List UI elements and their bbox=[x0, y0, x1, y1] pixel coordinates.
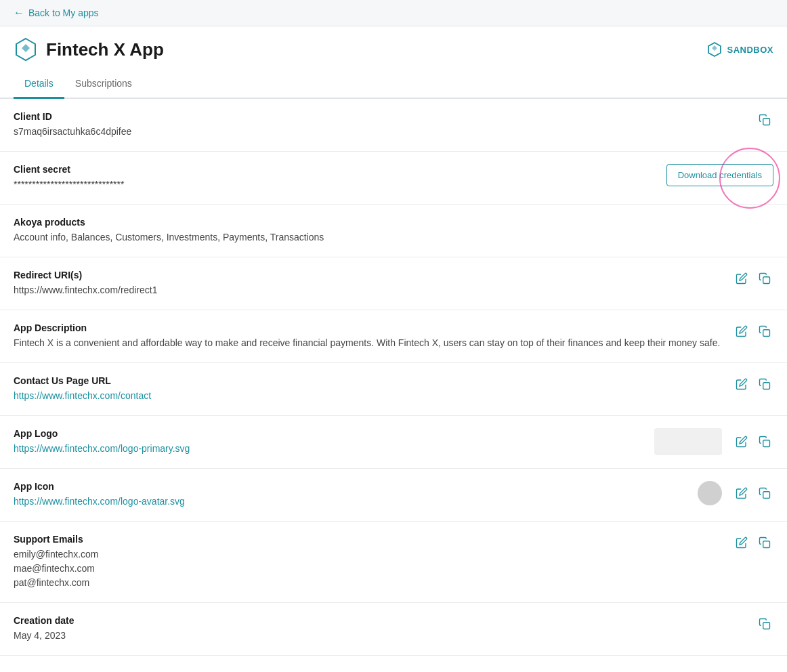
client-id-value: s7maq6irsactuhka6c4dpifee bbox=[14, 125, 745, 139]
app-description-value: Fintech X is a convenient and affordable… bbox=[14, 336, 722, 350]
back-link[interactable]: ← Back to My apps bbox=[14, 7, 99, 19]
app-icon-label: App Icon bbox=[14, 481, 687, 492]
client-secret-value: ****************************** bbox=[14, 177, 656, 192]
client-id-copy-button[interactable] bbox=[756, 111, 773, 129]
client-id-label: Client ID bbox=[14, 111, 745, 122]
app-logo-edit-button[interactable] bbox=[733, 433, 750, 450]
redirect-uris-edit-button[interactable] bbox=[733, 270, 750, 287]
app-logo-row: App Logo https://www.fintechx.com/logo-p… bbox=[0, 416, 787, 469]
copy-icon bbox=[759, 325, 771, 337]
app-logo-value[interactable]: https://www.fintechx.com/logo-primary.sv… bbox=[14, 442, 643, 456]
edit-icon bbox=[736, 272, 748, 285]
support-emails-edit-button[interactable] bbox=[733, 534, 750, 551]
contact-url-value[interactable]: https://www.fintechx.com/contact bbox=[14, 389, 722, 403]
akoya-products-label: Akoya products bbox=[14, 217, 773, 228]
contact-url-label: Contact Us Page URL bbox=[14, 375, 722, 386]
client-secret-label: Client secret bbox=[14, 164, 656, 175]
contact-url-copy-button[interactable] bbox=[756, 375, 773, 393]
app-description-copy-button[interactable] bbox=[756, 322, 773, 340]
sandbox-icon bbox=[706, 41, 723, 58]
edit-icon bbox=[736, 537, 748, 549]
support-emails-email-2: mae@fintechx.com bbox=[14, 562, 722, 576]
copy-icon bbox=[759, 378, 771, 390]
edit-icon bbox=[736, 436, 748, 448]
akoya-products-value: Account info, Balances, Customers, Inves… bbox=[14, 230, 773, 245]
svg-rect-4 bbox=[763, 330, 770, 337]
app-description-actions bbox=[733, 322, 773, 340]
back-label: Back to My apps bbox=[28, 7, 99, 18]
details-content: Client ID s7maq6irsactuhka6c4dpifee Clie… bbox=[0, 99, 787, 656]
redirect-uris-value: https://www.fintechx.com/redirect1 bbox=[14, 283, 722, 297]
app-icon-copy-button[interactable] bbox=[756, 484, 773, 502]
contact-url-content: Contact Us Page URL https://www.fintechx… bbox=[14, 375, 722, 403]
download-credentials-button[interactable]: Download credentials bbox=[666, 164, 773, 186]
sandbox-label: SANDBOX bbox=[727, 45, 773, 55]
copy-icon bbox=[759, 436, 771, 448]
copy-icon bbox=[759, 487, 771, 499]
support-emails-label: Support Emails bbox=[14, 534, 722, 545]
creation-date-content: Creation date May 4, 2023 bbox=[14, 615, 745, 643]
app-icon-row: App Icon https://www.fintechx.com/logo-a… bbox=[0, 469, 787, 522]
akoya-products-row: Akoya products Account info, Balances, C… bbox=[0, 205, 787, 257]
svg-rect-6 bbox=[763, 440, 770, 447]
akoya-products-content: Akoya products Account info, Balances, C… bbox=[14, 217, 773, 245]
tabs-container: Details Subscriptions bbox=[0, 70, 787, 99]
redirect-uris-label: Redirect URI(s) bbox=[14, 270, 722, 280]
app-logo-preview bbox=[654, 428, 722, 455]
tab-details[interactable]: Details bbox=[14, 70, 64, 99]
contact-url-row: Contact Us Page URL https://www.fintechx… bbox=[0, 363, 787, 416]
edit-icon bbox=[736, 378, 748, 390]
support-emails-copy-button[interactable] bbox=[756, 534, 773, 551]
app-description-row: App Description Fintech X is a convenien… bbox=[0, 310, 787, 363]
support-emails-email-3: pat@fintechx.com bbox=[14, 576, 722, 590]
copy-icon bbox=[759, 272, 771, 285]
svg-rect-9 bbox=[763, 623, 770, 629]
client-id-actions bbox=[756, 111, 773, 129]
app-title-section: Fintech X App bbox=[14, 37, 164, 62]
sandbox-badge: SANDBOX bbox=[706, 41, 773, 58]
top-bar: ← Back to My apps bbox=[0, 0, 787, 26]
copy-icon bbox=[759, 618, 771, 630]
redirect-uris-row: Redirect URI(s) https://www.fintechx.com… bbox=[0, 257, 787, 310]
svg-rect-8 bbox=[763, 541, 770, 548]
creation-date-value: May 4, 2023 bbox=[14, 629, 745, 643]
svg-rect-3 bbox=[763, 277, 770, 284]
support-emails-row: Support Emails emily@fintechx.com mae@fi… bbox=[0, 522, 787, 603]
edit-icon bbox=[736, 325, 748, 337]
svg-rect-2 bbox=[763, 119, 770, 125]
app-title: Fintech X App bbox=[46, 39, 164, 60]
client-id-row: Client ID s7maq6irsactuhka6c4dpifee bbox=[0, 99, 787, 152]
copy-icon bbox=[759, 537, 771, 549]
app-description-content: App Description Fintech X is a convenien… bbox=[14, 322, 722, 350]
copy-icon bbox=[759, 114, 771, 126]
contact-url-actions bbox=[733, 375, 773, 393]
support-emails-content: Support Emails emily@fintechx.com mae@fi… bbox=[14, 534, 722, 590]
creation-date-copy-button[interactable] bbox=[756, 615, 773, 633]
redirect-uris-copy-button[interactable] bbox=[756, 270, 773, 287]
back-arrow-icon: ← bbox=[14, 7, 24, 19]
redirect-uris-content: Redirect URI(s) https://www.fintechx.com… bbox=[14, 270, 722, 297]
app-icon-actions bbox=[698, 481, 773, 505]
svg-rect-5 bbox=[763, 383, 770, 390]
client-secret-content: Client secret **************************… bbox=[14, 164, 656, 192]
app-description-label: App Description bbox=[14, 322, 722, 333]
edit-icon bbox=[736, 487, 748, 499]
app-shield-icon bbox=[14, 37, 38, 62]
app-logo-label: App Logo bbox=[14, 428, 643, 439]
tab-subscriptions[interactable]: Subscriptions bbox=[64, 70, 143, 99]
client-secret-actions: Download credentials bbox=[666, 164, 773, 186]
app-icon-edit-button[interactable] bbox=[733, 484, 750, 502]
app-icon-preview bbox=[698, 481, 722, 505]
app-icon-value[interactable]: https://www.fintechx.com/logo-avatar.svg bbox=[14, 495, 687, 509]
svg-rect-7 bbox=[763, 492, 770, 499]
creation-date-row: Creation date May 4, 2023 bbox=[0, 603, 787, 656]
support-emails-email-1: emily@fintechx.com bbox=[14, 547, 722, 562]
app-logo-copy-button[interactable] bbox=[756, 433, 773, 450]
creation-date-actions bbox=[756, 615, 773, 633]
contact-url-edit-button[interactable] bbox=[733, 375, 750, 393]
redirect-uris-actions bbox=[733, 270, 773, 287]
client-id-content: Client ID s7maq6irsactuhka6c4dpifee bbox=[14, 111, 745, 139]
app-description-edit-button[interactable] bbox=[733, 322, 750, 340]
app-icon-content: App Icon https://www.fintechx.com/logo-a… bbox=[14, 481, 687, 509]
app-logo-content: App Logo https://www.fintechx.com/logo-p… bbox=[14, 428, 643, 456]
